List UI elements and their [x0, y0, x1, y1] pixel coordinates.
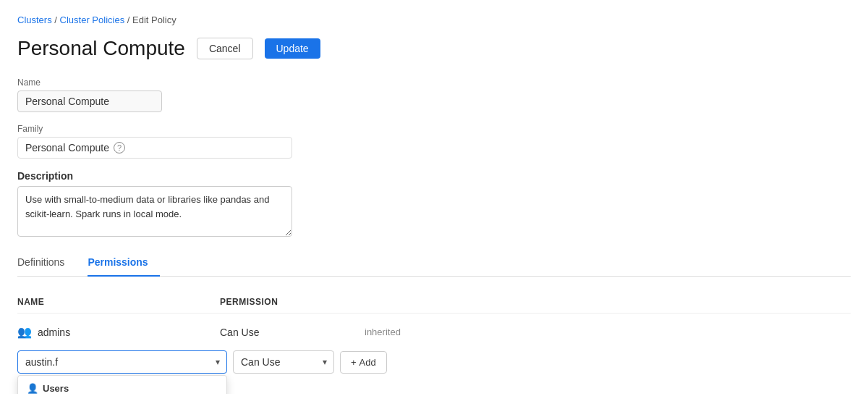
permissions-table: NAME PERMISSION 👥 admins Can Use inherit…	[17, 291, 851, 379]
tab-definitions[interactable]: Definitions	[17, 251, 76, 277]
family-value: Personal Compute	[25, 142, 109, 153]
dropdown-section-header: 👤 Users	[18, 376, 226, 394]
user-search-input[interactable]	[17, 350, 227, 374]
user-dropdown: 👤 Users austin.ford@databricks.com	[17, 375, 227, 394]
description-section: Description Use with small-to-medium dat…	[17, 170, 851, 239]
page-title: Personal Compute	[17, 37, 185, 60]
description-textarea[interactable]: Use with small-to-medium data or librari…	[17, 186, 292, 237]
user-select-wrapper: ▾ 👤 Users austin.ford@databricks.com	[17, 350, 227, 374]
table-row: 👥 admins Can Use inherited	[17, 319, 851, 345]
admins-icon: 👥	[17, 325, 32, 339]
add-button[interactable]: + Add	[340, 351, 387, 374]
family-display: Personal Compute ?	[17, 137, 292, 159]
tabs-container: Definitions Permissions	[17, 251, 851, 277]
breadcrumb-current: Edit Policy	[132, 14, 176, 25]
perm-value-cell: Can Use	[220, 327, 365, 338]
name-input[interactable]	[17, 91, 162, 112]
col-permission-header: PERMISSION	[220, 297, 365, 307]
family-info-icon[interactable]: ?	[114, 142, 125, 153]
add-icon: +	[351, 357, 357, 368]
family-section: Family Personal Compute ?	[17, 124, 851, 159]
update-button[interactable]: Update	[265, 38, 320, 59]
col-name-header: NAME	[17, 297, 220, 307]
description-label: Description	[17, 170, 851, 182]
cancel-button[interactable]: Cancel	[197, 38, 253, 59]
breadcrumb: Clusters / Cluster Policies / Edit Polic…	[17, 14, 851, 25]
perm-name-cell: 👥 admins	[17, 325, 220, 339]
page-header: Personal Compute Cancel Update	[17, 37, 851, 60]
permission-select-wrapper: Can Use Can Manage ▾	[233, 350, 334, 374]
name-label: Name	[17, 77, 851, 88]
dropdown-section-label: Users	[43, 383, 69, 394]
permissions-header: NAME PERMISSION	[17, 291, 851, 313]
name-section: Name	[17, 77, 851, 112]
breadcrumb-policies-link[interactable]: Cluster Policies	[60, 14, 125, 25]
permission-select[interactable]: Can Use Can Manage	[233, 350, 334, 374]
inherited-badge: inherited	[365, 327, 401, 337]
add-label: Add	[359, 357, 376, 368]
add-permission-row: ▾ 👤 Users austin.ford@databricks.com Can…	[17, 345, 851, 379]
tab-permissions[interactable]: Permissions	[88, 251, 159, 277]
family-label: Family	[17, 124, 851, 134]
breadcrumb-clusters-link[interactable]: Clusters	[17, 14, 52, 25]
users-group-icon: 👤	[27, 383, 38, 394]
admins-label: admins	[38, 327, 70, 338]
